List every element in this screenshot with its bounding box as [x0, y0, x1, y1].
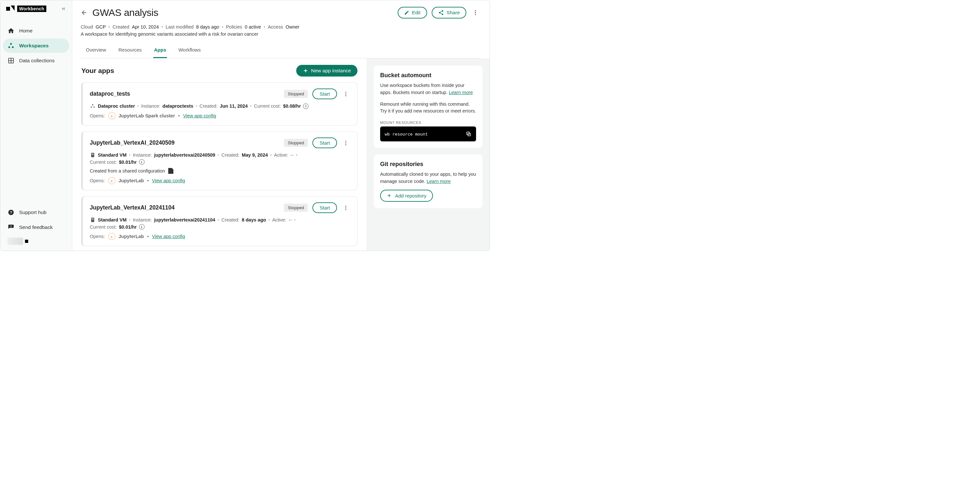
- back-button[interactable]: [81, 9, 88, 16]
- tab-workflows[interactable]: Workflows: [178, 44, 202, 58]
- app-opens: JupyterLab Spark cluster: [119, 113, 175, 118]
- svg-point-17: [92, 104, 93, 105]
- code-label: MOUNT RESOURCES: [380, 121, 476, 124]
- sidebar-item-label: Support hub: [19, 209, 46, 215]
- app-name: JupyterLab_VertexAI_20241104: [90, 204, 175, 211]
- start-button[interactable]: Start: [312, 202, 337, 213]
- sidebar-item-workspaces[interactable]: Workspaces: [3, 38, 69, 53]
- share-icon: [438, 10, 444, 16]
- svg-point-27: [345, 207, 347, 208]
- brand-logo[interactable]: Workbench: [6, 5, 46, 12]
- help-icon: ?: [8, 209, 14, 216]
- svg-point-0: [10, 43, 12, 45]
- brand-name: Workbench: [17, 5, 46, 12]
- view-app-config-link[interactable]: View app config: [152, 234, 185, 239]
- panel-text: Remount while running with this command.…: [380, 101, 476, 115]
- share-button[interactable]: Share: [432, 7, 466, 19]
- app-cost: $0.08/hr: [283, 104, 301, 108]
- sidebar-item-support-hub[interactable]: ? Support hub: [3, 205, 69, 220]
- more-vertical-icon: [343, 205, 349, 211]
- share-button-label: Share: [447, 10, 460, 16]
- svg-point-14: [345, 92, 347, 93]
- info-icon[interactable]: i: [139, 224, 145, 229]
- more-vertical-icon: [472, 10, 479, 16]
- svg-rect-6: [11, 225, 11, 227]
- jupyter-icon: jp: [108, 233, 115, 240]
- git-repositories-panel: Git repositories Automatically cloned to…: [374, 155, 482, 208]
- app-name: dataproc_tests: [90, 91, 130, 97]
- svg-point-18: [91, 107, 92, 108]
- start-button[interactable]: Start: [312, 89, 337, 99]
- workspaces-icon: [8, 42, 14, 49]
- app-active: --: [290, 152, 294, 158]
- shared-config-note: Created from a shared configuration: [90, 168, 165, 174]
- status-badge: Stopped: [284, 139, 308, 147]
- status-badge: Stopped: [284, 204, 308, 212]
- plus-icon: [303, 68, 309, 73]
- svg-point-10: [442, 14, 443, 15]
- app-instance: dataproctests: [162, 104, 193, 108]
- svg-point-19: [94, 107, 95, 108]
- app-created: May 9, 2024: [242, 152, 268, 158]
- workspace-description: A workspace for identifying genomic vari…: [81, 32, 480, 37]
- svg-point-26: [345, 206, 347, 207]
- app-type: Standard VM: [98, 217, 127, 223]
- svg-point-8: [442, 10, 443, 12]
- sidebar-item-data-collections[interactable]: Data collections: [3, 54, 69, 68]
- svg-point-20: [345, 141, 347, 142]
- sidebar-item-send-feedback[interactable]: Send feedback: [3, 220, 69, 234]
- new-app-instance-button[interactable]: New app instance: [296, 65, 358, 76]
- view-app-config-link[interactable]: View app config: [183, 113, 216, 118]
- sidebar-item-home[interactable]: Home: [3, 24, 69, 38]
- dataproc-icon: [90, 103, 95, 109]
- svg-point-28: [345, 209, 347, 210]
- user-avatar[interactable]: [3, 235, 69, 247]
- svg-point-2: [12, 46, 14, 48]
- edit-button[interactable]: Edit: [398, 7, 427, 19]
- app-card: dataproc_tests Stopped Start: [81, 82, 358, 126]
- view-app-config-link[interactable]: View app config: [152, 178, 185, 183]
- svg-point-13: [475, 14, 476, 15]
- learn-more-link[interactable]: Learn more: [426, 178, 450, 184]
- vm-icon: [90, 152, 95, 158]
- panel-title: Git repositories: [380, 161, 476, 168]
- info-icon[interactable]: i: [139, 159, 145, 165]
- svg-point-15: [345, 93, 347, 94]
- start-button[interactable]: Start: [312, 137, 337, 148]
- svg-point-9: [439, 12, 441, 14]
- info-icon[interactable]: i: [303, 104, 309, 109]
- sidebar-item-label: Send feedback: [19, 225, 52, 230]
- tab-resources[interactable]: Resources: [118, 44, 143, 58]
- status-badge: Stopped: [284, 90, 308, 98]
- more-vertical-icon: [343, 140, 349, 146]
- tab-apps[interactable]: Apps: [153, 44, 167, 58]
- learn-more-link[interactable]: Learn more: [449, 90, 473, 95]
- header-more-button[interactable]: [471, 8, 480, 17]
- edit-button-label: Edit: [412, 10, 421, 16]
- app-more-button[interactable]: [342, 90, 350, 98]
- svg-point-16: [345, 95, 347, 96]
- svg-point-1: [8, 46, 10, 48]
- pencil-icon: [404, 10, 409, 15]
- copy-button[interactable]: [466, 131, 471, 137]
- sidebar-item-label: Data collections: [19, 58, 54, 64]
- avatar-image: [8, 238, 23, 245]
- vm-icon: [90, 217, 95, 223]
- tab-overview[interactable]: Overview: [85, 44, 107, 58]
- add-repository-button[interactable]: Add repository: [380, 190, 433, 202]
- app-more-button[interactable]: [342, 139, 350, 147]
- app-more-button[interactable]: [342, 204, 350, 212]
- bucket-automount-panel: Bucket automount Use workspace buckets f…: [374, 65, 482, 148]
- copy-icon: [466, 131, 471, 137]
- jupyter-icon: jp: [108, 112, 115, 120]
- new-app-button-label: New app instance: [311, 68, 351, 73]
- svg-point-22: [345, 144, 347, 145]
- svg-rect-29: [91, 218, 94, 222]
- app-cost: $0.01/hr: [119, 225, 137, 229]
- mount-command: wb resource mount: [385, 132, 428, 137]
- svg-rect-31: [92, 219, 93, 220]
- app-opens: JupyterLab: [119, 178, 144, 183]
- panel-title: Bucket automount: [380, 72, 476, 79]
- collapse-sidebar-icon[interactable]: [61, 6, 66, 11]
- app-name: JupyterLab_VertexAI_20240509: [90, 139, 175, 146]
